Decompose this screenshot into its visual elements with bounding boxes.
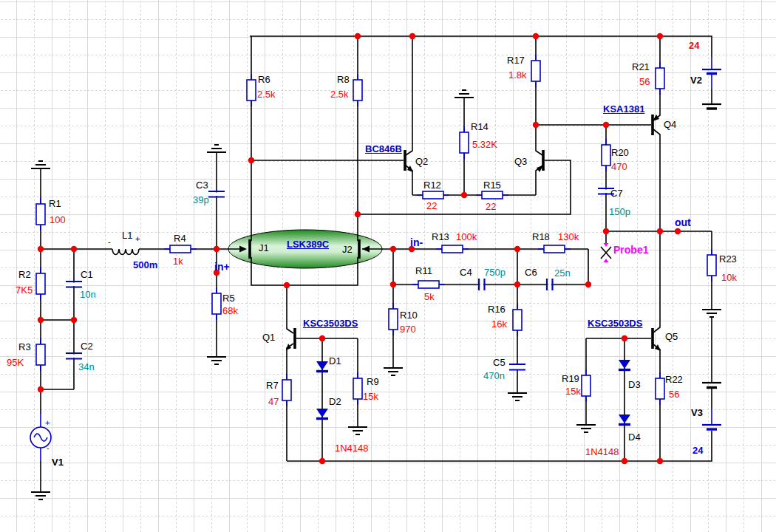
value-R2[interactable]: 7K5: [16, 285, 33, 295]
label-C1[interactable]: C1: [81, 270, 93, 279]
part-link-Q5[interactable]: KSC3503DS: [588, 318, 642, 328]
value-R17[interactable]: 1.8k: [508, 70, 527, 80]
label-R8[interactable]: R8: [337, 75, 350, 84]
label-R22[interactable]: R22: [665, 375, 683, 384]
label-R18[interactable]: R18: [532, 232, 550, 242]
label-C4[interactable]: C4: [460, 267, 472, 277]
V1-minus-mark: -: [47, 444, 50, 452]
label-V3[interactable]: V3: [691, 408, 703, 417]
label-R6[interactable]: R6: [258, 75, 270, 84]
label-D2[interactable]: D2: [329, 397, 341, 406]
label-R5[interactable]: R5: [222, 293, 235, 303]
label-Q4[interactable]: Q4: [664, 120, 676, 129]
value-R19[interactable]: 15k: [565, 386, 581, 396]
value-R13[interactable]: 100k: [456, 232, 477, 242]
value-R20[interactable]: 470: [611, 162, 627, 171]
label-C5[interactable]: C5: [493, 358, 506, 367]
value-R22[interactable]: 56: [669, 389, 679, 399]
value-R1[interactable]: 100: [50, 215, 66, 225]
label-R20[interactable]: R20: [611, 148, 629, 157]
label-D1[interactable]: D1: [329, 356, 341, 366]
label-C3[interactable]: C3: [196, 180, 208, 190]
value-R12[interactable]: 22: [426, 201, 437, 211]
value-R6[interactable]: 2.5k: [257, 89, 276, 99]
value-R5[interactable]: 68k: [222, 306, 238, 316]
label-R3[interactable]: R3: [18, 342, 31, 352]
label-R9[interactable]: R9: [367, 377, 379, 386]
label-C2[interactable]: C2: [81, 341, 93, 351]
label-R13[interactable]: R13: [432, 232, 449, 242]
value-C6[interactable]: 25n: [554, 268, 571, 278]
value-C1[interactable]: 10n: [80, 290, 96, 299]
label-D3[interactable]: D3: [628, 380, 641, 389]
label-R21[interactable]: R21: [632, 62, 650, 72]
diode-type-right[interactable]: 1N4148: [585, 447, 619, 457]
label-V2[interactable]: V2: [690, 75, 702, 85]
label-R23[interactable]: R23: [719, 254, 737, 264]
label-C7[interactable]: C7: [610, 188, 623, 198]
node-label-in-plus[interactable]: in+: [214, 262, 230, 272]
value-R11[interactable]: 5k: [424, 292, 435, 301]
node-label-out[interactable]: out: [675, 217, 691, 228]
value-R16[interactable]: 16k: [491, 319, 507, 329]
label-Q3[interactable]: Q3: [514, 157, 527, 166]
part-link-Q2[interactable]: BC846B: [365, 144, 402, 154]
value-R23[interactable]: 10k: [721, 273, 737, 282]
label-L1[interactable]: L1: [122, 231, 132, 240]
label-R19[interactable]: R19: [562, 374, 579, 383]
label-R12[interactable]: R12: [423, 180, 441, 190]
value-R8[interactable]: 2.5k: [330, 89, 349, 99]
label-R4[interactable]: R4: [174, 233, 186, 243]
part-link-Q4[interactable]: KSA1381: [603, 104, 644, 114]
part-link-Q1[interactable]: KSC3503DS: [303, 318, 358, 328]
label-R7[interactable]: R7: [266, 381, 279, 390]
label-R17[interactable]: R17: [507, 55, 525, 65]
node-label-in-minus[interactable]: in-: [410, 237, 423, 248]
label-R11[interactable]: R11: [415, 266, 432, 276]
label-Q5[interactable]: Q5: [665, 332, 678, 341]
label-C6[interactable]: C6: [525, 267, 537, 277]
label-R1[interactable]: R1: [49, 199, 61, 208]
value-C7[interactable]: 150p: [609, 207, 630, 216]
value-C5[interactable]: 470n: [483, 371, 505, 381]
value-R18[interactable]: 130k: [558, 232, 579, 242]
label-Q1[interactable]: Q1: [262, 332, 275, 342]
value-R14[interactable]: 5.32K: [472, 140, 497, 149]
part-link-jfet[interactable]: LSK389C: [287, 239, 329, 249]
value-C2[interactable]: 34n: [78, 362, 95, 372]
value-R9[interactable]: 15k: [363, 392, 378, 401]
label-R10[interactable]: R10: [400, 310, 418, 320]
probe1-label[interactable]: Probe1: [613, 245, 648, 255]
V1-plus-mark: +: [45, 419, 50, 427]
value-R15[interactable]: 22: [486, 202, 496, 211]
label-J1[interactable]: J1: [259, 243, 269, 253]
schematic-svg: [0, 0, 776, 532]
value-R3[interactable]: 95K: [7, 358, 24, 367]
value-R21[interactable]: 56: [639, 77, 650, 86]
label-R2[interactable]: R2: [18, 270, 31, 279]
L1-minus-mark: -: [108, 238, 111, 246]
label-J2[interactable]: J2: [342, 245, 353, 254]
value-R10[interactable]: 970: [400, 324, 416, 334]
label-R15[interactable]: R15: [483, 180, 501, 190]
value-C3[interactable]: 39p: [193, 195, 209, 205]
value-V2[interactable]: 24: [689, 41, 699, 50]
label-R16[interactable]: R16: [488, 304, 506, 314]
value-R7[interactable]: 47: [268, 397, 279, 406]
label-V1[interactable]: V1: [52, 457, 64, 467]
value-V3[interactable]: 24: [692, 446, 703, 455]
value-C4[interactable]: 750p: [484, 267, 506, 277]
L1-plus-mark: +: [135, 235, 140, 243]
diode-type-left[interactable]: 1N4148: [335, 443, 369, 453]
label-Q2[interactable]: Q2: [415, 157, 428, 166]
schematic-editor-canvas: R1 100 R2 7K5 R3 95K R4 1k R5 68k R6 2.5…: [0, 0, 776, 532]
value-L1[interactable]: 500m: [133, 260, 157, 270]
label-R14[interactable]: R14: [471, 122, 489, 132]
label-D4[interactable]: D4: [628, 432, 641, 442]
value-R4[interactable]: 1k: [173, 256, 183, 266]
